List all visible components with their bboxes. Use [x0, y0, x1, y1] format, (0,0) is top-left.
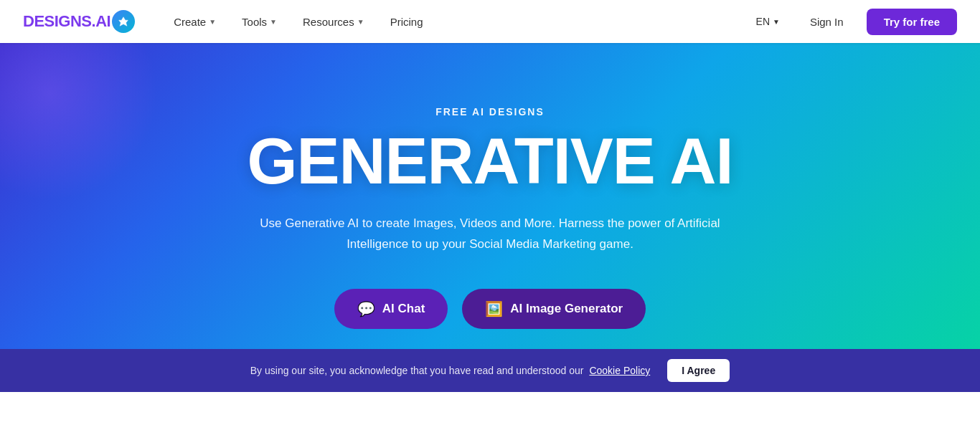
navbar: DESIGNS.AI Create ▼ Tools ▼ Resources ▼ … [0, 0, 980, 43]
chevron-down-icon: ▼ [357, 18, 364, 26]
nav-item-tools[interactable]: Tools ▼ [232, 10, 287, 34]
try-free-button[interactable]: Try for free [867, 9, 957, 35]
language-selector[interactable]: EN ▼ [749, 11, 787, 32]
cookie-banner: By using our site, you acknowledge that … [0, 349, 980, 392]
hero-description: Use Generative AI to create Images, Vide… [239, 214, 741, 254]
cookie-text: By using our site, you acknowledge that … [250, 365, 584, 376]
sign-in-button[interactable]: Sign In [798, 10, 855, 34]
hero-subtitle: FREE AI DESIGNS [435, 106, 545, 118]
nav-item-resources[interactable]: Resources ▼ [293, 10, 374, 34]
chevron-down-icon: ▼ [209, 18, 216, 26]
logo[interactable]: DESIGNS.AI [23, 10, 135, 33]
nav-right: EN ▼ Sign In Try for free [749, 9, 957, 35]
chevron-down-icon: ▼ [773, 18, 780, 26]
nav-item-create[interactable]: Create ▼ [164, 10, 226, 34]
chevron-down-icon: ▼ [270, 18, 277, 26]
ai-image-generator-button[interactable]: 🖼️ AI Image Generator [462, 289, 646, 329]
hero-section: FREE AI DESIGNS GENERATIVE AI Use Genera… [0, 43, 980, 392]
ai-chat-label: AI Chat [382, 302, 425, 316]
logo-text: DESIGNS.AI [23, 12, 110, 31]
nav-links: Create ▼ Tools ▼ Resources ▼ Pricing [164, 10, 748, 34]
image-icon: 🖼️ [485, 300, 503, 317]
hero-title: GENERATIVE AI [247, 129, 732, 193]
hero-buttons: 💬 AI Chat 🖼️ AI Image Generator [334, 289, 646, 329]
cookie-policy-link[interactable]: Cookie Policy [589, 365, 650, 376]
cookie-agree-button[interactable]: I Agree [667, 359, 730, 382]
ai-image-label: AI Image Generator [510, 302, 623, 316]
chat-icon: 💬 [357, 300, 375, 317]
logo-icon [112, 10, 135, 33]
nav-item-pricing[interactable]: Pricing [380, 10, 433, 34]
ai-chat-button[interactable]: 💬 AI Chat [334, 289, 448, 329]
